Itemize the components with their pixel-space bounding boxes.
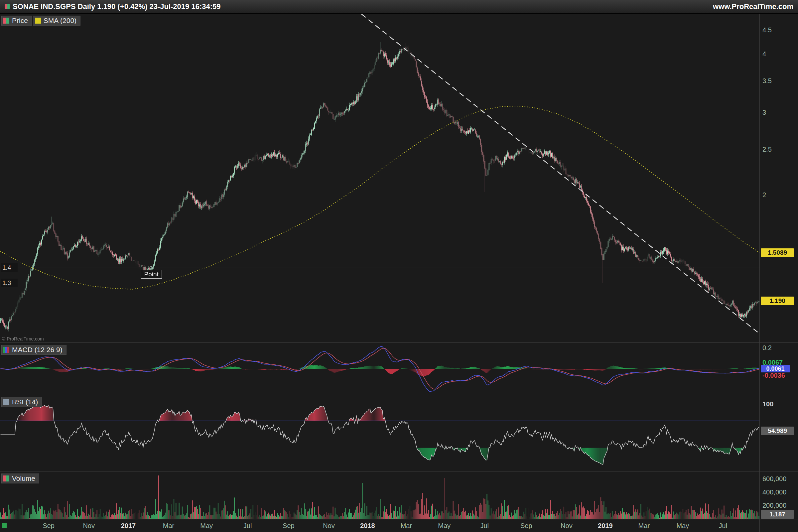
price-legend-label: Price [12,17,28,25]
time-axis-label: Sep [274,522,304,530]
macd-panel[interactable]: MACD (12 26 9) [0,342,760,395]
price-axis-tick: 4.5 [762,26,772,34]
time-axis-label: May [429,522,459,530]
chart-grid: Price SMA (200) 1.4 1.3 Point © ProRealT… [0,14,798,532]
rsi-axis-top-label: 100 [762,400,773,408]
status-indicator [2,523,7,528]
time-axis-label: Sep [511,522,541,530]
rsi-legend-label: RSI (14) [12,398,38,406]
rsi-icon [3,399,9,405]
price-chart-panel[interactable]: Price SMA (200) 1.4 1.3 Point © ProRealT… [0,14,760,342]
volume-legend-label: Volume [12,474,35,482]
time-axis-label: Jul [708,522,738,530]
time-axis-label: Jul [470,522,499,530]
time-axis-label: Nov [74,522,104,530]
instrument-icon [5,4,10,9]
time-axis-label: 2017 [113,522,143,530]
rsi-canvas[interactable] [0,395,759,471]
time-axis-label: Nov [314,522,344,530]
time-axis-label: Mar [154,522,184,530]
time-axis-label: 2019 [590,522,620,530]
price-axis[interactable]: 1.5089 1.190 4.543.532.52 [760,14,798,342]
volume-canvas[interactable] [0,472,759,519]
point-marker-dot[interactable] [150,266,153,269]
time-axis-label: Mar [629,522,659,530]
level-label-1-3[interactable]: 1.3 [1,279,18,287]
time-axis-label: Mar [391,522,421,530]
time-axis-label: Jul [233,522,263,530]
price-axis-tick: 3.5 [762,77,772,85]
proRealTime-chart-window: SONAE IND.SGPS Daily 1.190 (+0.42%) 23-J… [0,0,798,532]
last-price-badge: 1.190 [761,297,794,305]
volume-icon [3,475,9,481]
price-legend-item[interactable]: Price [1,16,32,25]
point-annotation[interactable]: Point [141,270,162,279]
price-legend: Price SMA (200) [1,16,80,25]
volume-axis-tick: 200,000 [762,502,786,509]
time-axis-label: May [191,522,222,530]
time-axis-label: Sep [34,522,63,530]
rsi-panel[interactable]: RSI (14) [0,395,760,471]
macd-histogram-value: 0.0067 [762,359,783,366]
price-axis-tick: 2 [762,191,766,199]
rsi-legend-item[interactable]: RSI (14) [1,397,42,407]
rsi-axis[interactable]: 100 54.989 [760,395,798,471]
volume-axis-tick: 400,000 [762,489,786,496]
volume-axis[interactable]: 1,187 600,000400,000200,000 [760,471,798,519]
macd-legend: MACD (12 26 9) [1,345,66,355]
copyright-watermark: © ProRealTime.com [2,336,44,341]
macd-axis[interactable]: 0.2 0.0067 0.0061 -0.0036 [760,342,798,395]
time-axis-label: 2018 [353,522,382,530]
title-bar: SONAE IND.SGPS Daily 1.190 (+0.42%) 23-J… [0,0,798,14]
macd-legend-item[interactable]: MACD (12 26 9) [1,345,66,355]
sma-legend-label: SMA (200) [43,17,76,25]
price-axis-tick: 4 [762,50,766,58]
price-axis-tick: 2.5 [762,146,772,153]
sma-legend-item[interactable]: SMA (200) [33,16,80,25]
time-axis-label: May [668,522,698,530]
rsi-legend: RSI (14) [1,397,42,407]
time-axis-corner [760,519,798,532]
volume-legend: Volume [1,474,39,483]
price-canvas[interactable] [0,14,759,342]
macd-axis-tick: 0.2 [762,344,772,352]
sma-value-badge: 1.5089 [761,248,794,257]
candles-icon [3,18,9,24]
volume-value-badge: 1,187 [761,510,794,519]
macd-icon [3,347,9,353]
chart-title: SONAE IND.SGPS Daily 1.190 (+0.42%) 23-J… [13,2,221,11]
price-axis-tick: 3 [762,109,766,116]
volume-panel[interactable]: Volume [0,471,760,519]
rsi-value-badge: 54.989 [761,426,794,435]
macd-canvas[interactable] [0,343,759,395]
prorealtime-website-link[interactable]: www.ProRealTime.com [713,2,793,11]
macd-legend-label: MACD (12 26 9) [12,346,62,354]
level-label-1-4[interactable]: 1.4 [1,263,18,272]
sma-icon [35,18,41,24]
time-axis[interactable]: SepNov2017MarMayJulSepNov2018MarMayJulSe… [0,519,760,532]
macd-signal-value: -0.0036 [762,372,785,379]
volume-axis-tick: 600,000 [762,475,786,483]
volume-legend-item[interactable]: Volume [1,474,39,483]
time-axis-label: Nov [552,522,582,530]
